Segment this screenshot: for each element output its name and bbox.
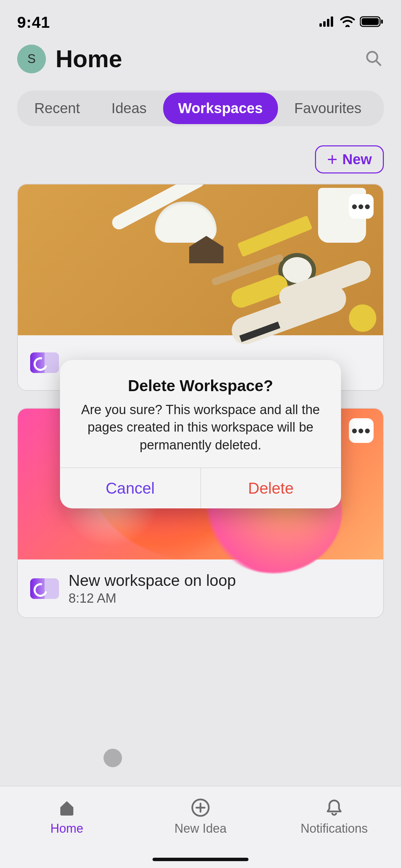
- more-icon: •••: [352, 421, 371, 440]
- assistive-touch-indicator[interactable]: [104, 749, 122, 767]
- workspace-time: 8:12 AM: [69, 591, 236, 606]
- avatar[interactable]: S: [17, 45, 46, 73]
- bell-icon: [324, 797, 344, 818]
- dialog-message: Are you sure? This workspace and all the…: [74, 401, 327, 454]
- new-button-label: New: [342, 151, 372, 168]
- tab-favourites[interactable]: Favourites: [279, 93, 377, 124]
- svg-rect-5: [362, 18, 379, 25]
- cancel-button[interactable]: Cancel: [60, 468, 200, 508]
- svg-rect-2: [327, 19, 329, 27]
- nav-home[interactable]: Home: [1, 797, 133, 836]
- delete-workspace-dialog: Delete Workspace? Are you sure? This wor…: [60, 360, 341, 508]
- tab-ideas[interactable]: Ideas: [96, 93, 162, 124]
- nav-notifications[interactable]: Notifications: [268, 797, 400, 836]
- new-workspace-button[interactable]: + New: [315, 145, 384, 173]
- nav-new-idea[interactable]: New Idea: [134, 797, 267, 836]
- tab-workspaces[interactable]: Workspaces: [163, 93, 278, 124]
- workspace-title: New workspace on loop: [69, 571, 236, 590]
- nav-label: Home: [50, 821, 83, 836]
- svg-rect-0: [319, 23, 322, 27]
- nav-label: New Idea: [174, 821, 227, 836]
- card-menu-button[interactable]: •••: [349, 418, 374, 443]
- status-indicators: [319, 16, 384, 28]
- plus-icon: +: [327, 150, 337, 168]
- battery-icon: [360, 16, 384, 28]
- app-header: S Home: [0, 38, 401, 84]
- dialog-title: Delete Workspace?: [74, 376, 327, 395]
- home-icon: [57, 797, 77, 818]
- cellular-icon: [319, 16, 335, 28]
- status-bar: 9:41: [0, 0, 401, 38]
- tabs: Recent Ideas Workspaces Favourites: [17, 91, 384, 126]
- svg-rect-6: [381, 20, 383, 24]
- card-menu-button[interactable]: •••: [349, 194, 374, 219]
- search-button[interactable]: [363, 49, 384, 69]
- workspace-icon: [30, 352, 59, 373]
- delete-button[interactable]: Delete: [200, 468, 341, 508]
- plus-circle-icon: [190, 797, 211, 818]
- search-icon: [365, 49, 382, 69]
- workspace-icon: [30, 578, 59, 599]
- bottom-nav: Home New Idea Notifications: [0, 786, 401, 868]
- tab-recent[interactable]: Recent: [19, 93, 95, 124]
- svg-rect-3: [331, 16, 333, 27]
- more-icon: •••: [352, 197, 371, 216]
- svg-rect-1: [323, 21, 326, 27]
- page-title: Home: [56, 45, 122, 73]
- status-time: 9:41: [17, 13, 50, 32]
- wifi-icon: [340, 16, 355, 28]
- home-indicator[interactable]: [153, 858, 248, 861]
- workspace-cover: •••: [18, 184, 383, 335]
- nav-label: Notifications: [301, 821, 368, 836]
- svg-line-8: [376, 61, 380, 65]
